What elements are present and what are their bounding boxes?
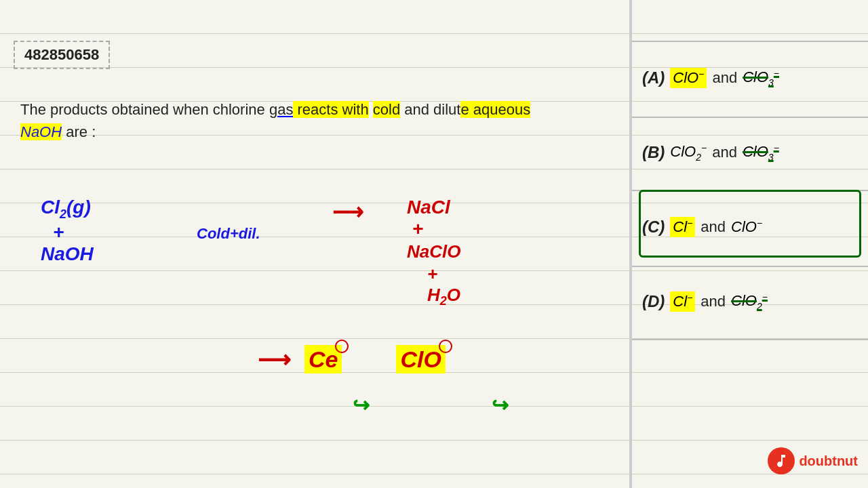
option-c-and: and xyxy=(701,218,726,236)
reactant1: Cl2(g) + NaOH xyxy=(41,197,94,265)
product3: + H2O xyxy=(427,264,460,308)
bottom-working: ⟶ Ce ClO xyxy=(258,346,446,373)
clo-notation: ClO xyxy=(396,346,445,373)
option-d-right: ClO2− xyxy=(731,291,768,312)
reacts-with-highlight: reacts with xyxy=(293,101,368,118)
option-d: (D) Cl− and ClO2− xyxy=(632,268,868,336)
product1: NaCl + xyxy=(407,197,460,240)
divider-cd xyxy=(632,266,868,267)
gas-word: gas xyxy=(269,101,293,118)
option-b: (B) ClO2− and ClO3− xyxy=(632,119,868,186)
option-b-right: ClO3− xyxy=(743,142,779,163)
bottom-arrow: ⟶ xyxy=(258,346,291,373)
are-text: are : xyxy=(62,123,96,140)
cold-highlight: cold xyxy=(373,101,400,118)
green-arrow-left: ↩ xyxy=(353,393,370,417)
option-c-left: Cl− xyxy=(670,217,695,237)
ce-notation: Ce xyxy=(304,346,342,373)
option-a-left: ClO− xyxy=(670,68,707,87)
option-c-label: (C) xyxy=(642,218,665,237)
option-a-and: and xyxy=(712,69,737,87)
e-highlight: e xyxy=(460,101,469,118)
id-text: 482850658 xyxy=(24,46,99,63)
option-c-right: ClO− xyxy=(731,218,762,236)
green-arrow-right: ↩ xyxy=(492,393,509,417)
option-b-and: and xyxy=(712,144,737,161)
option-b-left: ClO2− xyxy=(670,142,707,163)
option-c: (C) Cl− and ClO− xyxy=(632,193,868,261)
condition: Cold+dil. xyxy=(197,225,260,243)
id-box: 482850658 xyxy=(14,41,110,69)
option-b-label: (B) xyxy=(642,143,665,162)
question-text: The products obtained when chlorine gas … xyxy=(20,98,576,143)
option-a-right: ClO3− xyxy=(743,68,779,88)
doubtnut-icon xyxy=(768,447,795,474)
option-d-label: (D) xyxy=(642,292,665,311)
doubtnut-logo: doubtnut xyxy=(768,447,858,474)
divider-ab xyxy=(632,117,868,118)
main-container: 482850658 The products obtained when chl… xyxy=(0,0,868,488)
divider-top xyxy=(632,41,868,42)
aqueous-highlight-text: aqueous xyxy=(469,101,531,118)
left-panel: 482850658 The products obtained when chl… xyxy=(0,0,631,488)
divider-bottom xyxy=(632,339,868,340)
and-dilute: and dilut xyxy=(400,101,460,118)
right-panel: (A) ClO− and ClO3− (B) ClO2− and ClO3− (… xyxy=(631,0,868,488)
option-d-and: and xyxy=(701,293,726,310)
option-a-label: (A) xyxy=(642,68,665,87)
cold-text xyxy=(369,101,373,118)
reaction-arrow: ⟶ xyxy=(332,199,363,225)
doubtnut-text: doubtnut xyxy=(799,453,858,469)
option-d-left: Cl− xyxy=(670,291,695,311)
naoh-text: NaOH xyxy=(20,123,62,140)
question-prefix: The products obtained when chlorine xyxy=(20,101,269,118)
product2: NaClO xyxy=(407,241,460,262)
option-a: (A) ClO− and ClO3− xyxy=(632,44,868,112)
green-arrows: ↩ ↩ xyxy=(353,393,509,417)
products: NaCl + NaClO + H2O xyxy=(407,197,460,308)
